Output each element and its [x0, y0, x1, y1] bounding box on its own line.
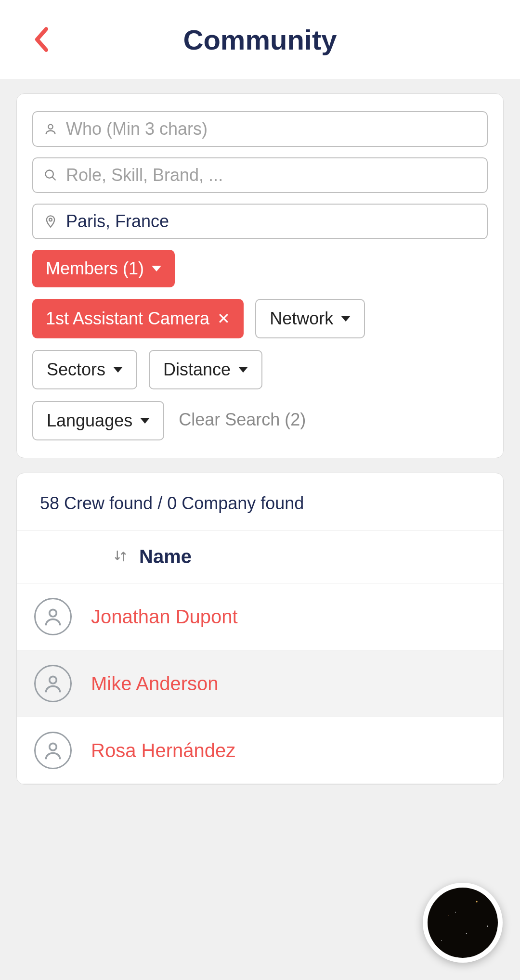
sort-column-label: Name: [139, 546, 192, 567]
avatar-placeholder: [34, 732, 72, 769]
search-icon: [43, 168, 58, 183]
filter-sectors-label: Sectors: [47, 360, 105, 380]
result-row[interactable]: Rosa Hernández: [17, 717, 503, 784]
svg-point-0: [48, 125, 52, 129]
sort-header[interactable]: Name: [17, 530, 503, 583]
result-name: Jonathan Dupont: [91, 606, 238, 628]
filter-network[interactable]: Network: [255, 299, 365, 338]
caret-down-icon: [152, 266, 161, 271]
clear-search-button[interactable]: Clear Search (2): [176, 401, 309, 440]
svg-point-5: [50, 676, 57, 683]
person-icon: [42, 673, 64, 694]
clear-search-label: Clear Search (2): [179, 410, 306, 429]
role-search-field[interactable]: [32, 157, 488, 193]
filter-role-tag[interactable]: 1st Assistant Camera ✕: [32, 299, 244, 338]
who-input[interactable]: [66, 119, 477, 139]
avatar-image: [428, 888, 498, 958]
result-row[interactable]: Mike Anderson: [17, 650, 503, 717]
person-icon: [42, 740, 64, 761]
location-search-field[interactable]: [32, 204, 488, 239]
caret-down-icon: [140, 418, 150, 424]
filter-members[interactable]: Members (1): [32, 250, 175, 287]
svg-point-1: [46, 170, 53, 178]
svg-point-6: [50, 743, 57, 750]
floating-avatar-button[interactable]: [423, 883, 503, 963]
person-icon: [43, 121, 58, 137]
location-input[interactable]: [66, 211, 477, 232]
sort-icon: [113, 549, 130, 565]
avatar-placeholder: [34, 598, 72, 635]
results-summary: 58 Crew found / 0 Company found: [17, 473, 503, 530]
svg-line-2: [52, 177, 56, 181]
svg-point-4: [50, 609, 57, 617]
results-card: 58 Crew found / 0 Company found Name Jon…: [16, 473, 504, 785]
avatar-placeholder: [34, 665, 72, 702]
app-header: Community: [0, 0, 520, 79]
filter-distance[interactable]: Distance: [149, 350, 262, 389]
result-name: Rosa Hernández: [91, 740, 235, 761]
filter-role-tag-label: 1st Assistant Camera: [46, 309, 209, 329]
close-icon[interactable]: ✕: [217, 311, 230, 326]
page-title: Community: [19, 24, 501, 56]
caret-down-icon: [341, 316, 351, 322]
filter-members-label: Members (1): [46, 258, 144, 279]
svg-point-3: [49, 219, 52, 221]
search-filter-card: Members (1) 1st Assistant Camera ✕ Netwo…: [16, 93, 504, 458]
chevron-left-icon: [32, 26, 50, 52]
back-button[interactable]: [29, 25, 53, 54]
filter-distance-label: Distance: [163, 360, 231, 380]
result-name: Mike Anderson: [91, 673, 219, 695]
who-search-field[interactable]: [32, 111, 488, 147]
location-pin-icon: [43, 214, 58, 229]
caret-down-icon: [113, 367, 123, 373]
role-input[interactable]: [66, 165, 477, 185]
filter-languages[interactable]: Languages: [32, 401, 164, 440]
filter-network-label: Network: [270, 309, 333, 329]
filter-sectors[interactable]: Sectors: [32, 350, 137, 389]
caret-down-icon: [238, 367, 248, 373]
person-icon: [42, 606, 64, 627]
filter-languages-label: Languages: [47, 411, 132, 431]
result-row[interactable]: Jonathan Dupont: [17, 583, 503, 650]
